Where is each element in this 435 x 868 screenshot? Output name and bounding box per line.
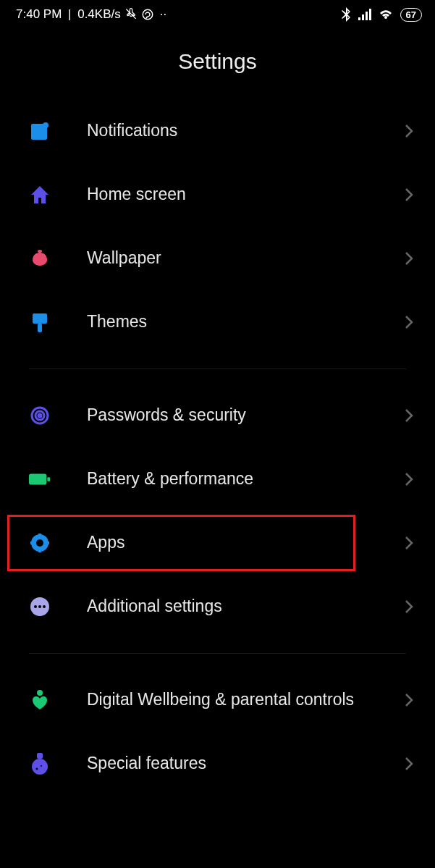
svg-rect-13	[29, 474, 46, 485]
item-label: Passwords & security	[87, 405, 405, 426]
svg-rect-1	[358, 17, 360, 20]
apps-icon	[29, 532, 51, 554]
home-icon	[29, 184, 51, 206]
chevron-right-icon	[405, 315, 413, 329]
chevron-right-icon	[405, 472, 413, 486]
chevron-right-icon	[405, 408, 413, 423]
status-more: ··	[160, 7, 166, 22]
item-label: Wallpaper	[87, 248, 405, 269]
whatsapp-icon	[141, 8, 154, 21]
svg-point-27	[32, 759, 48, 775]
special-icon	[29, 753, 51, 775]
svg-point-23	[38, 605, 41, 608]
svg-rect-2	[362, 14, 364, 20]
chevron-right-icon	[405, 536, 413, 550]
svg-point-25	[37, 690, 43, 696]
svg-point-22	[34, 605, 37, 608]
svg-rect-3	[366, 12, 368, 20]
svg-rect-20	[45, 542, 49, 544]
settings-item-wallpaper[interactable]: Wallpaper	[0, 227, 435, 290]
chevron-right-icon	[405, 693, 413, 707]
svg-rect-18	[38, 548, 41, 552]
svg-point-16	[36, 539, 43, 547]
notifications-icon	[29, 120, 51, 142]
divider	[29, 653, 406, 654]
svg-rect-4	[369, 9, 371, 20]
chevron-right-icon	[405, 599, 413, 614]
settings-item-apps[interactable]: Apps	[0, 511, 435, 575]
item-label: Notifications	[87, 120, 405, 142]
svg-rect-9	[38, 324, 42, 332]
signal-icon	[358, 9, 371, 20]
mute-icon	[124, 7, 138, 22]
chevron-right-icon	[405, 124, 413, 138]
settings-item-passwords-security[interactable]: Passwords & security	[0, 384, 435, 447]
svg-rect-19	[30, 542, 35, 544]
battery-indicator: 67	[400, 8, 422, 22]
battery-icon	[29, 468, 51, 490]
additional-icon	[29, 596, 51, 618]
settings-item-themes[interactable]: Themes	[0, 290, 435, 354]
chevron-right-icon	[405, 187, 413, 202]
svg-rect-17	[38, 534, 41, 538]
svg-rect-14	[47, 477, 50, 481]
divider	[29, 368, 406, 369]
status-bar: 7:40 PM | 0.4KB/s ·· 67	[0, 0, 435, 28]
settings-item-battery-performance[interactable]: Battery & performance	[0, 447, 435, 511]
settings-item-digital-wellbeing[interactable]: Digital Wellbeing & parental controls	[0, 668, 435, 732]
svg-point-24	[43, 605, 46, 608]
wifi-icon	[379, 9, 393, 20]
settings-item-special-features[interactable]: Special features	[0, 732, 435, 796]
svg-point-7	[38, 250, 42, 253]
chevron-right-icon	[405, 757, 413, 771]
settings-list: Notifications Home screen Wallpaper Them…	[0, 99, 435, 796]
wallpaper-icon	[29, 248, 51, 269]
chevron-right-icon	[405, 251, 413, 266]
status-speed: 0.4KB/s	[77, 7, 121, 22]
bluetooth-icon	[341, 7, 351, 22]
settings-item-additional-settings[interactable]: Additional settings	[0, 575, 435, 639]
themes-icon	[29, 311, 51, 333]
page-title: Settings	[0, 28, 435, 99]
item-label: Themes	[87, 311, 405, 333]
status-bar-right: 67	[341, 7, 422, 22]
settings-item-notifications[interactable]: Notifications	[0, 99, 435, 163]
item-label: Apps	[87, 532, 405, 554]
svg-rect-26	[37, 753, 43, 759]
status-bar-left: 7:40 PM | 0.4KB/s ··	[16, 7, 166, 22]
wellbeing-icon	[29, 689, 51, 711]
item-label: Battery & performance	[87, 468, 405, 490]
status-separator: |	[64, 7, 75, 22]
svg-point-6	[43, 122, 48, 128]
svg-rect-8	[33, 313, 47, 324]
security-icon	[29, 405, 51, 426]
svg-point-28	[36, 768, 38, 770]
item-label: Digital Wellbeing & parental controls	[87, 689, 405, 711]
item-label: Home screen	[87, 184, 405, 206]
item-label: Additional settings	[87, 596, 405, 618]
settings-item-home-screen[interactable]: Home screen	[0, 163, 435, 227]
svg-point-29	[41, 765, 42, 767]
item-label: Special features	[87, 753, 405, 775]
svg-point-12	[38, 414, 41, 417]
status-time: 7:40 PM	[16, 7, 62, 22]
svg-point-0	[143, 9, 153, 20]
